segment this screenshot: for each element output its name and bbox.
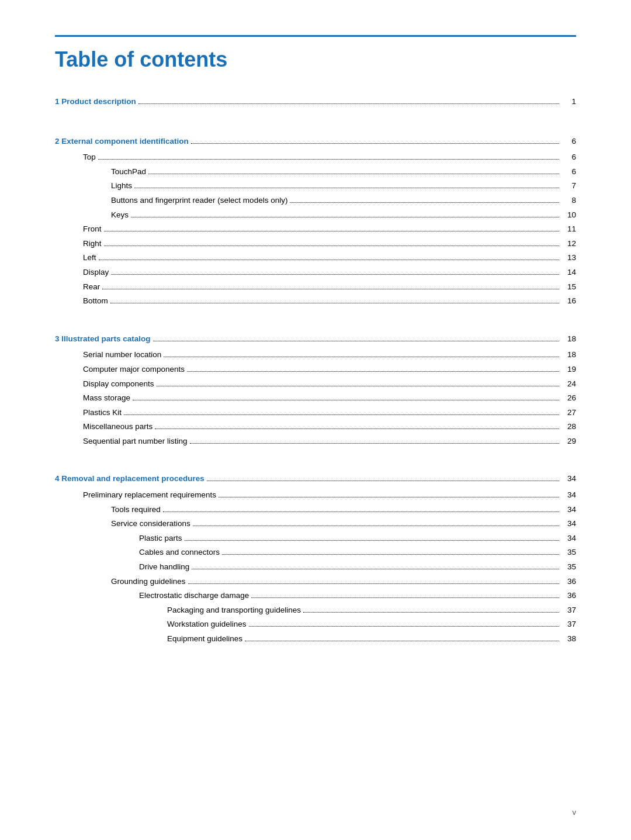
toc-label-drive_handling: Drive handling <box>139 561 189 573</box>
chapter-spacer <box>55 449 576 462</box>
toc-dots-serial <box>164 357 559 357</box>
toc-label-ch4: 4 Removal and replacement procedures <box>55 472 204 485</box>
toc-entry-lights: Lights7 <box>55 179 576 192</box>
toc-dots-bottom <box>110 303 559 303</box>
toc-entry-keys: Keys10 <box>55 209 576 222</box>
toc-page-ch4: 34 <box>561 472 576 485</box>
toc-entry-ch4[interactable]: 4 Removal and replacement procedures34 <box>55 472 576 485</box>
toc-dots-lights <box>134 188 559 188</box>
toc-page-rear: 15 <box>561 281 576 293</box>
toc-dots-ch2 <box>191 143 559 144</box>
toc-entry-service_considerations: Service considerations34 <box>55 517 576 530</box>
toc-entry-rear: Rear15 <box>55 281 576 293</box>
toc-page-display: 14 <box>561 266 576 279</box>
toc-page-keys: 10 <box>561 209 576 222</box>
toc-page-plastic_parts: 34 <box>561 532 576 545</box>
toc-dots-equipment <box>245 641 559 641</box>
toc-dots-display <box>111 274 559 275</box>
top-rule <box>55 35 576 37</box>
toc-entry-serial: Serial number location18 <box>55 348 576 361</box>
toc-dots-touchpad <box>148 174 559 174</box>
toc-label-plastics_kit: Plastics Kit <box>83 406 122 419</box>
toc-dots-top <box>98 159 559 160</box>
toc-dots-drive_handling <box>192 569 559 569</box>
toc-label-bottom: Bottom <box>83 295 108 307</box>
toc-page-packaging: 37 <box>561 604 576 617</box>
toc-dots-ch1 <box>138 103 559 104</box>
toc-label-cables_connectors: Cables and connectors <box>139 546 220 559</box>
toc-entry-ch3[interactable]: 3 Illustrated parts catalog18 <box>55 333 576 345</box>
toc-label-buttons: Buttons and fingerprint reader (select m… <box>111 194 287 207</box>
toc-label-electrostatic: Electrostatic discharge damage <box>139 589 249 602</box>
toc-dots-grounding <box>188 583 559 584</box>
toc-dots-plastics_kit <box>124 414 559 415</box>
toc-dots-right <box>104 246 559 246</box>
toc-label-sequential: Sequential part number listing <box>83 435 188 448</box>
toc-entry-tools: Tools required34 <box>55 503 576 516</box>
toc-label-prelim: Preliminary replacement requirements <box>83 489 216 502</box>
toc-label-rear: Rear <box>83 281 100 293</box>
toc-entry-packaging: Packaging and transporting guidelines37 <box>55 604 576 617</box>
toc-dots-cables_connectors <box>222 554 559 555</box>
toc-dots-packaging <box>303 612 559 613</box>
toc-dots-display_components <box>157 386 559 386</box>
toc-page-ch1: 1 <box>561 95 576 108</box>
toc-page-electrostatic: 36 <box>561 589 576 602</box>
toc-label-keys: Keys <box>111 209 129 222</box>
toc-entry-cables_connectors: Cables and connectors35 <box>55 546 576 559</box>
toc-entry-display: Display14 <box>55 266 576 279</box>
toc-page-top: 6 <box>561 151 576 164</box>
toc-label-packaging: Packaging and transporting guidelines <box>167 604 301 617</box>
toc-label-plastic_parts: Plastic parts <box>139 532 182 545</box>
toc-page-drive_handling: 35 <box>561 561 576 573</box>
toc-dots-workstation <box>249 626 559 627</box>
toc-entry-misc_parts: Miscellaneous parts28 <box>55 420 576 433</box>
toc-dots-service_considerations <box>193 526 559 526</box>
toc-dots-keys <box>131 217 559 217</box>
toc-label-display_components: Display components <box>83 378 154 390</box>
toc-entry-drive_handling: Drive handling35 <box>55 561 576 573</box>
toc-dots-buttons <box>290 202 559 203</box>
toc-entry-plastics_kit: Plastics Kit27 <box>55 406 576 419</box>
toc-page-display_components: 24 <box>561 378 576 390</box>
toc-page-buttons: 8 <box>561 194 576 207</box>
page-title: Table of contents <box>55 47 576 72</box>
toc-label-touchpad: TouchPad <box>111 165 146 178</box>
toc-page-lights: 7 <box>561 179 576 192</box>
toc-dots-mass_storage <box>133 400 559 400</box>
toc-label-grounding: Grounding guidelines <box>111 575 186 588</box>
toc-label-ch1: 1 Product description <box>55 95 136 108</box>
toc-label-serial: Serial number location <box>83 348 161 361</box>
toc-page-ch3: 18 <box>561 333 576 345</box>
toc-entry-ch2[interactable]: 2 External component identification6 <box>55 135 576 148</box>
toc-dots-electrostatic <box>251 597 559 598</box>
toc-page-mass_storage: 26 <box>561 392 576 405</box>
toc-label-tools: Tools required <box>111 503 161 516</box>
toc-page-grounding: 36 <box>561 575 576 588</box>
toc-dots-ch3 <box>153 341 559 341</box>
toc-page-touchpad: 6 <box>561 165 576 178</box>
toc-dots-sequential <box>190 443 559 444</box>
toc-page-prelim: 34 <box>561 489 576 502</box>
toc-entry-electrostatic: Electrostatic discharge damage36 <box>55 589 576 602</box>
toc-label-ch3: 3 Illustrated parts catalog <box>55 333 151 345</box>
toc-dots-front <box>104 231 559 231</box>
toc-label-equipment: Equipment guidelines <box>167 632 242 645</box>
toc-entry-touchpad: TouchPad6 <box>55 165 576 178</box>
toc-label-computer_major: Computer major components <box>83 363 185 376</box>
toc-label-misc_parts: Miscellaneous parts <box>83 420 152 433</box>
toc-page-plastics_kit: 27 <box>561 406 576 419</box>
toc-page-bottom: 16 <box>561 295 576 307</box>
toc-entry-computer_major: Computer major components19 <box>55 363 576 376</box>
toc-page-serial: 18 <box>561 348 576 361</box>
toc-dots-computer_major <box>187 371 559 372</box>
toc-page-front: 11 <box>561 223 576 236</box>
chapter-spacer <box>55 112 576 125</box>
toc-dots-tools <box>163 511 559 512</box>
toc-dots-misc_parts <box>155 428 559 429</box>
toc-page-computer_major: 19 <box>561 363 576 376</box>
toc-entry-equipment: Equipment guidelines38 <box>55 632 576 645</box>
toc-entry-ch1[interactable]: 1 Product description1 <box>55 95 576 108</box>
toc-label-display: Display <box>83 266 109 279</box>
toc-page-misc_parts: 28 <box>561 420 576 433</box>
